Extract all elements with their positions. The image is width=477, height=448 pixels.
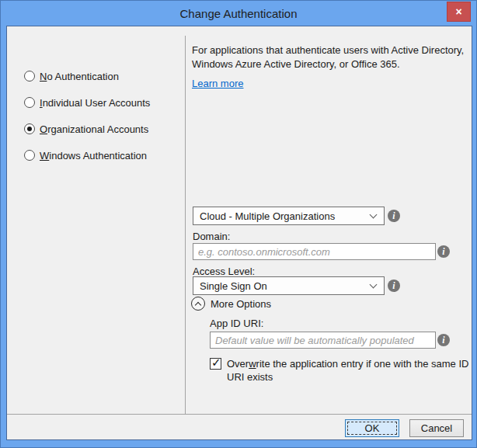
app-id-uri-input[interactable] [210,332,436,349]
chevron-down-icon [370,281,378,289]
overwrite-checkbox-label: Overwrite the application entry if one w… [227,357,468,384]
cancel-button[interactable]: Cancel [409,419,464,437]
chevron-down-icon [370,211,378,219]
radio-label: Organizational Accounts [40,123,148,135]
footer-divider [7,414,472,415]
radio-no-authentication[interactable]: No Authentication [24,70,119,82]
learn-more-link[interactable]: Learn more [192,78,243,89]
more-options-label: More Options [211,298,271,310]
radio-organizational-accounts[interactable]: Organizational Accounts [24,123,148,135]
access-level-select[interactable]: Single Sign On [193,276,385,295]
domain-label: Domain: [193,231,230,242]
close-icon: × [455,5,461,18]
change-authentication-dialog: Change Authentication × No Authenticatio… [0,0,477,448]
radio-label: Individual User Accounts [40,97,150,109]
more-options-toggle[interactable]: More Options [191,297,271,311]
ok-button[interactable]: OK [345,419,399,437]
checkbox-checked-icon: ✓ [210,358,221,370]
titlebar: Change Authentication [1,1,476,26]
vertical-divider [185,36,186,414]
radio-individual-user-accounts[interactable]: Individual User Accounts [24,96,150,109]
radio-label: Windows Authentication [40,150,147,161]
focus-rectangle [347,422,397,435]
collapse-chevron-up-icon [191,297,205,311]
domain-info-icon[interactable]: i [437,245,450,258]
radio-icon [24,71,35,82]
app-id-uri-label: App ID URI: [210,318,263,329]
window-title: Change Authentication [180,7,298,20]
radio-icon-selected [24,123,35,134]
radio-windows-authentication[interactable]: Windows Authentication [24,149,147,161]
radio-label: No Authentication [40,71,119,82]
domain-input[interactable] [193,243,436,260]
radio-icon [24,150,35,161]
dialog-body: No Authentication Individual User Accoun… [6,26,472,440]
overwrite-checkbox-row[interactable]: ✓ Overwrite the application entry if one… [210,357,468,384]
access-level-label: Access Level: [193,266,255,277]
radio-icon [24,97,35,108]
organization-type-info-icon[interactable]: i [388,210,400,222]
close-button[interactable]: × [447,2,471,22]
description-text: For applications that authenticate users… [192,43,464,71]
access-level-info-icon[interactable]: i [388,280,400,292]
app-id-uri-info-icon[interactable]: i [437,334,450,346]
organization-type-select[interactable]: Cloud - Multiple Organizations [193,207,385,225]
